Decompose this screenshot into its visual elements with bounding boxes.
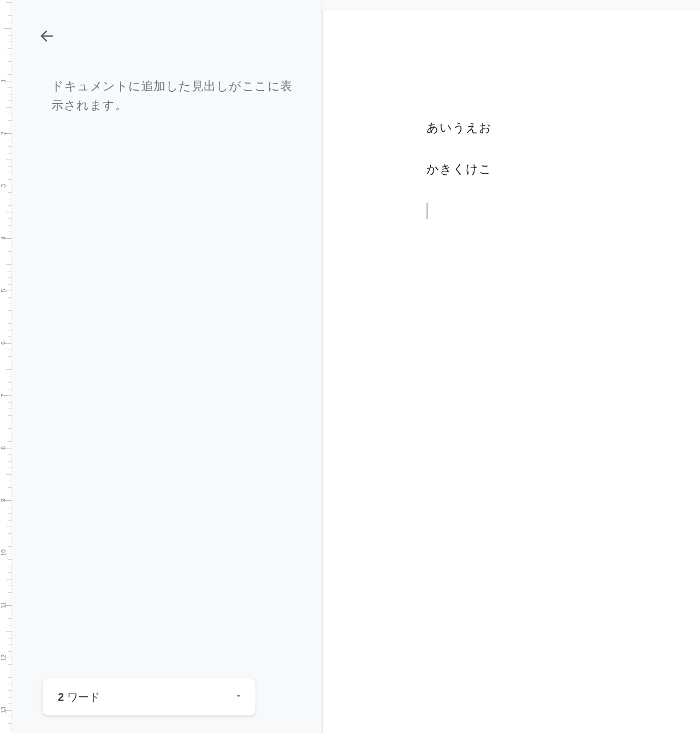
ruler-unit: 13: [0, 710, 11, 733]
ruler-unit: 8: [0, 448, 11, 500]
outline-panel: ドキュメントに追加した見出しがここに表示されます。 2ワード: [12, 0, 322, 733]
ruler-unit: 12: [0, 658, 11, 710]
document-line[interactable]: あいうえお: [426, 120, 700, 136]
ruler-unit: 1: [0, 81, 11, 133]
ruler-unit: [0, 28, 11, 81]
vertical-ruler: 21123456789101112131415: [0, 0, 12, 733]
ruler-unit: 1: [0, 0, 11, 28]
ruler-unit: 6: [0, 343, 11, 395]
arrow-left-icon: [39, 28, 55, 46]
ruler-unit: 7: [0, 395, 11, 448]
document-line[interactable]: かきくけこ: [426, 161, 700, 178]
document-canvas[interactable]: あいうえお かきくけこ: [322, 0, 700, 733]
ruler-unit: 11: [0, 605, 11, 658]
ruler-unit: 3: [0, 186, 11, 238]
word-count-dropdown[interactable]: 2ワード: [43, 678, 256, 716]
outline-empty-message: ドキュメントに追加した見出しがここに表示されます。: [51, 76, 300, 115]
ruler-unit: 10: [0, 553, 11, 605]
ruler-unit: 9: [0, 500, 11, 553]
ruler-unit: 4: [0, 238, 11, 291]
chevron-down-icon: [234, 691, 244, 703]
ruler-unit: 5: [0, 291, 11, 343]
document-page[interactable]: あいうえお かきくけこ: [322, 10, 700, 733]
word-count-label: 2ワード: [58, 690, 100, 705]
ruler-unit: 2: [0, 133, 11, 186]
text-cursor: [426, 203, 428, 219]
close-outline-button[interactable]: [34, 24, 60, 50]
